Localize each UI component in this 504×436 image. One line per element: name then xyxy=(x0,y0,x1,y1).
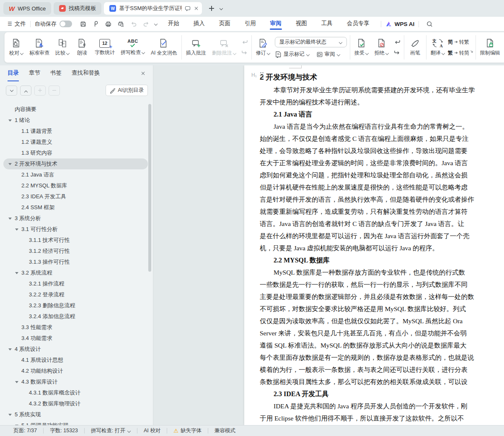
spell-check-status[interactable]: 拼写检查: 打开 xyxy=(91,427,131,434)
expand-all-button[interactable] xyxy=(6,86,17,96)
to-simplified-button[interactable]: 繁 转简 xyxy=(448,49,469,57)
toc-item[interactable]: 4.3.1 数据库概念设计 xyxy=(3,387,148,398)
menu-tab[interactable]: 页面 xyxy=(212,17,238,31)
toc-item[interactable]: 1.2 课题意义 xyxy=(3,137,148,148)
tab-chapters[interactable]: 章节 xyxy=(29,65,40,81)
read-aloud-button[interactable]: 朗读 xyxy=(72,34,92,61)
redo-button[interactable] xyxy=(140,18,152,29)
new-tab-icon[interactable] xyxy=(209,5,215,11)
menu-tab[interactable]: 插入 xyxy=(186,17,212,31)
expand-arrow-icon[interactable] xyxy=(8,162,12,166)
zoom-out-button[interactable] xyxy=(49,86,60,96)
expand-arrow-icon[interactable] xyxy=(15,380,19,384)
menu-tab[interactable]: 工具 xyxy=(314,17,340,31)
search-icon[interactable] xyxy=(423,18,436,29)
toc-item[interactable]: 5 系统实现 xyxy=(3,409,148,420)
toc-item[interactable]: 3.2.4 添加信息流程 xyxy=(3,311,148,322)
toc-item[interactable]: 1.1 课题背景 xyxy=(3,126,148,137)
toc-item[interactable]: 内容摘要 xyxy=(3,104,148,115)
document-page[interactable]: 2 开发环境与技术本章节对开发毕业生学历证明系统需要搭建的开发环境，还有毕业生学… xyxy=(244,65,504,425)
menu-tab[interactable]: 审阅 xyxy=(263,17,289,31)
expand-arrow-icon[interactable] xyxy=(8,119,12,122)
ai-recognize-toc-button[interactable]: AI识别目录 xyxy=(106,85,148,96)
toc-item[interactable]: 2 开发环境与技术 xyxy=(3,158,148,169)
menu-tab[interactable]: 开始 xyxy=(161,17,186,31)
toc-item[interactable]: 5.1 管理员功能实现 xyxy=(3,420,148,425)
toc-item[interactable]: 3.1.2 经济可行性 xyxy=(3,246,148,257)
word-count-indicator[interactable]: 字数: 15323 xyxy=(50,427,78,434)
expand-arrow-icon[interactable] xyxy=(15,228,19,231)
toc-item[interactable]: 4.2 功能结构设计 xyxy=(3,366,148,376)
tab-wps-office[interactable]: W WPS Office xyxy=(3,2,51,15)
comment-bubble-icon[interactable] xyxy=(185,5,191,11)
menu-tab[interactable]: 视图 xyxy=(289,17,314,31)
zoom-in-button[interactable] xyxy=(34,86,46,96)
toc-item[interactable]: 3.2.2 登录流程 xyxy=(3,289,148,300)
toc-item[interactable]: 4.3 数据库设计 xyxy=(3,376,148,387)
toc-item[interactable]: 3.2.1 操作流程 xyxy=(3,278,148,289)
tab-docer-template[interactable]: 找稿壳模板 xyxy=(54,2,101,15)
toc-item[interactable]: 3.3 性能需求 xyxy=(3,322,148,333)
tab-list-chevron-icon[interactable] xyxy=(220,7,223,10)
wps-ai-button[interactable]: WPS AI xyxy=(385,21,415,27)
toc-item[interactable]: 3.1 可行性分析 xyxy=(3,224,148,235)
toc-item[interactable]: 3.4 功能需求 xyxy=(3,333,148,344)
toc-item[interactable]: 4.1 系统设计思想 xyxy=(3,355,148,366)
next-change-icon[interactable] xyxy=(392,49,403,56)
track-changes-button[interactable]: 修订 xyxy=(253,34,273,61)
to-traditional-button[interactable]: 简 转繁 xyxy=(448,39,469,46)
history-chevron-icon[interactable] xyxy=(154,22,158,26)
word-count-button[interactable]: 12+ 字数统计 xyxy=(92,34,118,61)
toc-item[interactable]: 3 系统分析 xyxy=(3,213,148,224)
menu-tab[interactable]: 会员专享 xyxy=(340,17,377,31)
ai-polish-button[interactable]: AI 全文润色 xyxy=(148,34,180,61)
delete-comment-button[interactable]: 删除批注 xyxy=(209,34,239,61)
drag-handle-icon[interactable] xyxy=(260,72,264,78)
print-button[interactable] xyxy=(102,18,115,29)
accept-button[interactable]: 接受 xyxy=(352,34,372,61)
print-preview-button[interactable] xyxy=(115,18,127,29)
collapse-all-button[interactable] xyxy=(20,86,31,96)
tab-bookmarks[interactable]: 书签 xyxy=(50,65,62,81)
close-sidebar-icon[interactable] xyxy=(140,71,145,76)
missing-font-warning[interactable]: ⚠ 缺失字体 xyxy=(173,427,202,434)
toc-item[interactable]: 3.2.3 删除信息流程 xyxy=(3,300,148,311)
close-tab-icon[interactable] xyxy=(194,6,199,11)
sidebar-scrollbar[interactable] xyxy=(148,104,151,272)
toc-item[interactable]: 4.3.2 数据库物理设计 xyxy=(3,398,148,409)
expand-arrow-icon[interactable] xyxy=(8,413,12,417)
toc-item[interactable]: 3.1.1 技术可行性 xyxy=(3,235,148,246)
compat-mode-indicator[interactable]: 兼容模式 xyxy=(215,427,235,434)
expand-arrow-icon[interactable] xyxy=(8,348,12,351)
pen-button[interactable]: 画笔 xyxy=(406,34,425,61)
next-comment-icon[interactable] xyxy=(239,49,250,56)
previous-comment-icon[interactable] xyxy=(239,39,250,46)
review-pane-button[interactable]: 审阅 xyxy=(316,51,340,58)
reject-button[interactable]: 拒绝 xyxy=(372,34,392,61)
toc-item[interactable]: 1.3 研究内容 xyxy=(3,148,148,158)
dialog-launcher-icon[interactable] xyxy=(470,47,473,55)
expand-arrow-icon[interactable] xyxy=(8,217,12,221)
tab-find-replace[interactable]: 查找和替换 xyxy=(72,65,100,81)
translate-button[interactable]: 文 A 翻译 xyxy=(428,34,448,61)
save-button[interactable] xyxy=(77,18,90,29)
export-pdf-button[interactable] xyxy=(90,18,102,29)
menu-tab[interactable]: 引用 xyxy=(238,17,263,31)
previous-change-icon[interactable] xyxy=(392,39,403,46)
compare-button[interactable]: 比较 xyxy=(52,34,72,61)
toc-item[interactable]: 3.1.3 操作可行性 xyxy=(3,257,148,267)
toc-item[interactable]: 2.2 MYSQL 数据库 xyxy=(3,180,148,191)
restrict-edit-button[interactable]: 限制编辑 xyxy=(477,34,503,61)
tab-document[interactable]: W 基于SSM的毕业生学历证明系 xyxy=(104,2,202,15)
proofread-button[interactable]: 校对 xyxy=(6,34,26,61)
markup-state-select[interactable]: 显示标记的最终状态 xyxy=(275,37,347,47)
toc-item[interactable]: 4 系统设计 xyxy=(3,344,148,355)
toc-item[interactable]: 1 绪论 xyxy=(3,115,148,126)
ai-proofread-status[interactable]: AI 校对 xyxy=(144,427,160,434)
expand-arrow-icon[interactable] xyxy=(15,271,19,275)
tab-contents[interactable]: 目录 xyxy=(8,65,19,81)
show-markup-button[interactable]: 显示标记 xyxy=(275,51,310,58)
undo-button[interactable] xyxy=(127,18,140,29)
toc-item[interactable]: 3.2 系统流程 xyxy=(3,267,148,278)
page-indicator[interactable]: 页面: 7/37 xyxy=(13,427,37,434)
